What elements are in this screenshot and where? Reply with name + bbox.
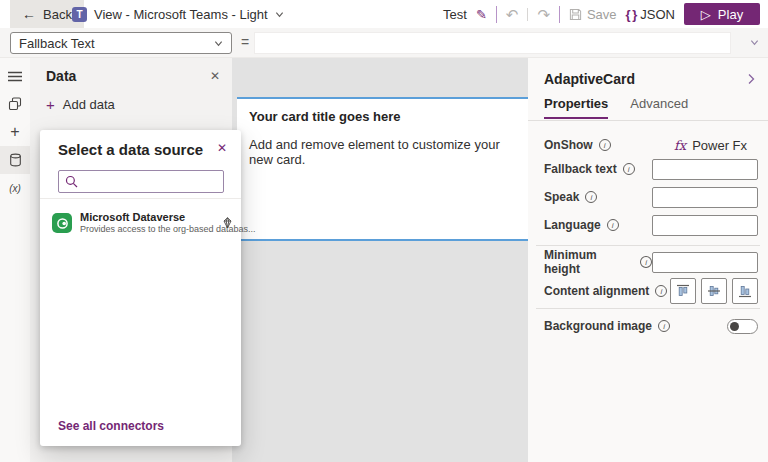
minimum-height-field[interactable] bbox=[652, 252, 758, 273]
divider bbox=[536, 308, 760, 309]
background-image-label: Background image bbox=[544, 319, 652, 333]
design-canvas: Your card title goes here Add and remove… bbox=[232, 58, 528, 462]
app-title-dropdown[interactable]: T View - Microsoft Teams - Light bbox=[72, 0, 284, 28]
onshow-label: OnShow bbox=[544, 138, 593, 152]
onshow-powerfx-button[interactable]: fx Power Fx bbox=[674, 138, 747, 153]
fallback-text-row: Fallback text i bbox=[544, 158, 758, 180]
topbar-actions: Test ✎ ↶ ↷ Save { } JSON ▷ Play bbox=[443, 0, 760, 28]
content-alignment-row: Content alignment i bbox=[544, 278, 758, 304]
data-source-item-dataverse[interactable]: Microsoft Dataverse Provides access to t… bbox=[52, 208, 233, 238]
variables-icon: (x) bbox=[9, 183, 21, 194]
fallback-text-label: Fallback text bbox=[544, 162, 617, 176]
json-label: JSON bbox=[640, 7, 675, 22]
divider bbox=[40, 198, 241, 199]
data-panel-title: Data bbox=[46, 68, 76, 84]
play-label: Play bbox=[718, 7, 743, 22]
formula-bar: Fallback Text = bbox=[0, 28, 768, 58]
language-label: Language bbox=[544, 218, 601, 232]
adaptive-card-preview[interactable]: Your card title goes here Add and remove… bbox=[237, 97, 528, 241]
play-button[interactable]: ▷ Play bbox=[684, 3, 760, 25]
premium-diamond-icon bbox=[222, 217, 233, 229]
plus-icon: + bbox=[46, 96, 55, 113]
info-icon[interactable]: i bbox=[585, 191, 597, 203]
save-floppy-icon bbox=[569, 8, 582, 21]
save-button[interactable]: Save bbox=[569, 7, 617, 22]
align-top-button[interactable] bbox=[670, 278, 696, 304]
speak-label: Speak bbox=[544, 190, 579, 204]
database-icon bbox=[9, 153, 22, 167]
properties-panel: AdaptiveCard Properties Advanced OnShow … bbox=[528, 58, 768, 462]
minimum-height-row: Minimum height i bbox=[544, 251, 758, 273]
tree-view-button[interactable] bbox=[0, 90, 30, 118]
chevron-down-icon bbox=[214, 39, 223, 48]
selected-element-title: AdaptiveCard bbox=[544, 71, 635, 87]
align-top-icon bbox=[676, 284, 690, 298]
property-selector-dropdown[interactable]: Fallback Text bbox=[10, 32, 232, 54]
language-field[interactable] bbox=[652, 215, 758, 236]
properties-panel-header: AdaptiveCard bbox=[544, 71, 756, 87]
align-bottom-button[interactable] bbox=[732, 278, 758, 304]
fx-icon: fx bbox=[674, 138, 686, 153]
environment-label: Test bbox=[443, 7, 467, 22]
info-icon[interactable]: i bbox=[655, 285, 667, 297]
back-arrow-icon: ← bbox=[22, 6, 36, 22]
toggle-knob bbox=[730, 322, 739, 331]
search-icon bbox=[65, 175, 78, 188]
chevron-right-icon[interactable] bbox=[746, 73, 756, 85]
menu-button[interactable] bbox=[0, 62, 30, 90]
language-row: Language i bbox=[544, 214, 758, 236]
see-all-connectors-link[interactable]: See all connectors bbox=[58, 419, 164, 433]
redo-button[interactable]: ↷ bbox=[537, 7, 550, 22]
background-image-toggle[interactable] bbox=[727, 319, 758, 334]
formula-bar-expand-chevron-icon[interactable] bbox=[750, 38, 759, 47]
divider bbox=[496, 6, 497, 23]
back-label: Back bbox=[43, 7, 72, 22]
plus-icon: + bbox=[10, 123, 19, 141]
divider bbox=[528, 120, 768, 121]
content-alignment-label: Content alignment bbox=[544, 284, 649, 298]
data-button[interactable] bbox=[0, 146, 30, 174]
hamburger-icon bbox=[8, 71, 22, 82]
teams-icon: T bbox=[72, 7, 87, 22]
divider bbox=[527, 8, 528, 21]
info-icon[interactable]: i bbox=[640, 256, 652, 268]
left-navigation-rail: + (x) bbox=[0, 58, 30, 462]
chevron-down-icon bbox=[275, 10, 284, 19]
close-icon[interactable]: ✕ bbox=[217, 141, 227, 155]
json-button[interactable]: { } JSON bbox=[626, 7, 675, 22]
add-data-label: Add data bbox=[63, 97, 115, 112]
add-data-button[interactable]: + Add data bbox=[46, 96, 115, 113]
save-label: Save bbox=[587, 7, 617, 22]
edit-pencil-icon[interactable]: ✎ bbox=[476, 7, 487, 22]
search-input[interactable] bbox=[83, 175, 217, 189]
align-bottom-icon bbox=[738, 284, 752, 298]
property-selector-value: Fallback Text bbox=[19, 36, 95, 51]
tab-advanced[interactable]: Advanced bbox=[630, 96, 688, 119]
data-source-search-box[interactable] bbox=[58, 170, 224, 193]
speak-field[interactable] bbox=[652, 187, 758, 208]
info-icon[interactable]: i bbox=[623, 163, 635, 175]
tab-properties[interactable]: Properties bbox=[544, 96, 608, 119]
minimum-height-label: Minimum height bbox=[544, 248, 634, 276]
variables-button[interactable]: (x) bbox=[0, 174, 30, 202]
info-icon[interactable]: i bbox=[658, 320, 670, 332]
background-image-row: Background image i bbox=[544, 315, 758, 337]
align-middle-button[interactable] bbox=[701, 278, 727, 304]
onshow-row: OnShow i fx Power Fx bbox=[544, 134, 758, 156]
undo-button[interactable]: ↶ bbox=[506, 7, 519, 22]
divider bbox=[536, 245, 760, 246]
data-source-popup: Select a data source ✕ Microsoft Dataver… bbox=[40, 130, 241, 446]
equals-sign: = bbox=[241, 34, 249, 50]
close-icon[interactable]: ✕ bbox=[210, 69, 220, 83]
formula-input[interactable] bbox=[254, 32, 731, 54]
speak-row: Speak i bbox=[544, 186, 758, 208]
info-icon[interactable]: i bbox=[599, 139, 611, 151]
top-bar: ← Back T View - Microsoft Teams - Light … bbox=[0, 0, 768, 28]
tree-view-icon bbox=[8, 97, 22, 111]
card-title-text: Your card title goes here bbox=[249, 109, 516, 124]
app-title: View - Microsoft Teams - Light bbox=[94, 7, 268, 22]
insert-button[interactable]: + bbox=[0, 118, 30, 146]
powerfx-label: Power Fx bbox=[692, 138, 747, 153]
fallback-text-field[interactable] bbox=[652, 159, 758, 180]
info-icon[interactable]: i bbox=[607, 219, 619, 231]
